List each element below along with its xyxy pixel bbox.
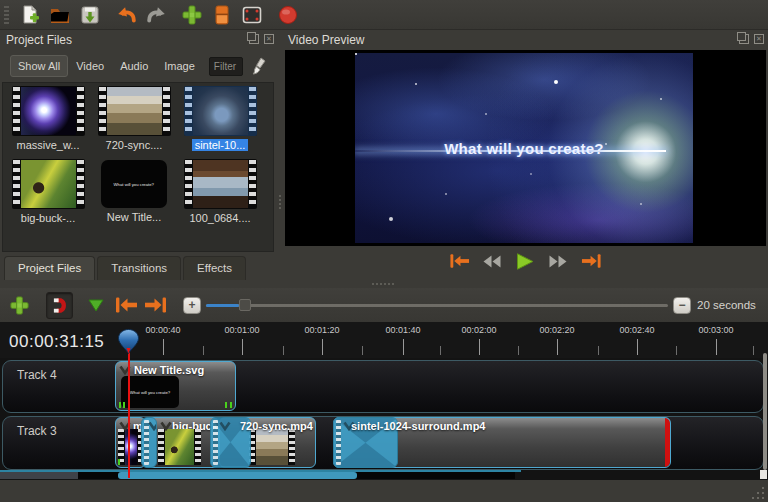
file-filter-bar: Show All Video Audio Image [0, 52, 278, 80]
open-project-icon [49, 4, 71, 26]
undock-panel-icon[interactable] [249, 34, 259, 44]
timeline-vertical-scrollbar[interactable] [763, 353, 767, 470]
file-thumbnail [184, 159, 257, 209]
timeline-area: 00:00:31:15 00:00:40 00:01:00 00:01:20 0… [0, 322, 768, 480]
panel-splitter-handle[interactable] [278, 195, 281, 209]
add-track-icon [9, 295, 30, 316]
next-marker-icon [144, 296, 168, 314]
jump-to-end-icon [581, 253, 602, 269]
filter-show-all[interactable]: Show All [10, 55, 68, 77]
tab-effects[interactable]: Effects [183, 256, 246, 280]
fullscreen-icon [241, 4, 263, 26]
play-button[interactable] [513, 251, 537, 271]
choose-profile-button[interactable] [207, 2, 237, 28]
playhead-handle[interactable] [117, 328, 140, 359]
clip-menu-chevron-icon[interactable] [160, 421, 172, 431]
import-files-icon [181, 4, 203, 26]
timeline-splitter-handle[interactable] [372, 283, 394, 285]
toolbar-drag-handle[interactable] [4, 6, 9, 24]
video-preview-title: Video Preview [288, 33, 365, 47]
track-4-lane: Track 4 New Title.svg What will you crea… [2, 360, 764, 413]
ruler-label: 00:01:00 [224, 325, 259, 335]
undock-preview-icon[interactable] [739, 34, 749, 44]
file-label: 100_0684.... [189, 212, 250, 224]
zoom-slider-handle[interactable] [239, 299, 251, 311]
rewind-button[interactable] [480, 251, 504, 271]
new-project-icon [19, 4, 41, 26]
zoom-in-button[interactable]: + [183, 297, 201, 314]
transition-chevron-icon[interactable] [148, 421, 157, 431]
video-title-text: What will you create? [355, 140, 693, 157]
file-item-new-title[interactable]: What will you create? New Title... [93, 159, 175, 223]
new-project-button[interactable] [15, 2, 45, 28]
snapping-magnet-icon [50, 296, 69, 315]
close-preview-icon[interactable]: ✕ [754, 34, 764, 44]
ruler-label: 00:02:40 [619, 325, 654, 335]
file-item-720-sync[interactable]: 720-sync.... [93, 86, 175, 151]
fullscreen-button[interactable] [237, 2, 267, 28]
close-panel-icon[interactable]: ✕ [264, 34, 274, 44]
fast-forward-icon [549, 255, 567, 268]
timeline-horizontal-scrollbar[interactable] [0, 470, 768, 480]
ruler-label: 00:02:20 [539, 325, 574, 335]
file-thumbnail [12, 86, 85, 136]
play-icon [516, 253, 534, 270]
undo-button[interactable] [111, 2, 141, 28]
video-preview-panel: Video Preview ✕ What will you create? [282, 30, 768, 282]
stars-decoration [355, 53, 357, 55]
next-marker-button[interactable] [141, 292, 171, 318]
filter-input[interactable] [209, 57, 243, 76]
previous-marker-button[interactable] [111, 292, 141, 318]
snapping-toggle-button[interactable] [46, 292, 73, 319]
playhead-pin-icon [117, 328, 140, 355]
zoom-out-button[interactable]: − [673, 297, 691, 314]
timeline-zoom-slider[interactable] [206, 298, 668, 312]
file-label: New Title... [107, 211, 161, 223]
choose-profile-icon [211, 4, 233, 26]
video-preview-area[interactable]: What will you create? [285, 50, 766, 246]
jump-to-start-button[interactable] [447, 251, 471, 271]
import-files-button[interactable] [177, 2, 207, 28]
playhead-line [128, 352, 130, 478]
clip-trim-edge[interactable] [665, 418, 670, 467]
playback-controls [282, 249, 768, 273]
file-item-sintel-selected[interactable]: sintel-10... [179, 86, 261, 151]
open-project-button[interactable] [45, 2, 75, 28]
timeline-toolbar: + − 20 seconds [0, 288, 768, 322]
clip-new-title[interactable]: New Title.svg What will you create? [115, 361, 236, 411]
filter-video[interactable]: Video [68, 55, 112, 77]
window-resize-grip[interactable] [751, 486, 765, 500]
jump-to-end-button[interactable] [579, 251, 603, 271]
clear-filter-brush-icon[interactable] [248, 56, 268, 76]
save-project-button[interactable] [75, 2, 105, 28]
transition-1[interactable] [141, 417, 157, 468]
redo-button[interactable] [141, 2, 171, 28]
undo-icon [115, 4, 138, 26]
project-files-title: Project Files [6, 33, 72, 47]
h-scrollbar-thumb[interactable] [118, 472, 357, 479]
file-item-big-buck[interactable]: big-buck-... [7, 159, 89, 224]
project-files-panel: Project Files ✕ Show All Video Audio Ima… [0, 30, 278, 256]
export-video-button[interactable] [273, 2, 303, 28]
add-track-button[interactable] [4, 292, 34, 318]
clip-thumbnail [249, 429, 295, 465]
file-item-100-0684[interactable]: 100_0684.... [179, 159, 261, 224]
ruler-label: 00:01:20 [304, 325, 339, 335]
file-item-massive[interactable]: massive_w... [7, 86, 89, 151]
file-thumbnail [184, 86, 257, 136]
video-frame: What will you create? [355, 53, 693, 243]
clip-label: sintel-1024-surround.mp4 [351, 420, 485, 432]
filter-audio[interactable]: Audio [112, 55, 156, 77]
ruler-label: 00:02:00 [461, 325, 496, 335]
add-marker-button[interactable] [81, 292, 111, 318]
jump-to-start-icon [449, 253, 470, 269]
track-3-label: Track 3 [17, 424, 57, 438]
transition-chevron-icon[interactable] [219, 421, 231, 431]
tab-project-files[interactable]: Project Files [4, 256, 95, 280]
tab-transitions[interactable]: Transitions [97, 256, 181, 280]
filter-image[interactable]: Image [156, 55, 203, 77]
timeline-ruler[interactable]: 00:00:31:15 00:00:40 00:01:00 00:01:20 0… [0, 322, 768, 358]
fast-forward-button[interactable] [546, 251, 570, 271]
clip-thumbnail [158, 429, 201, 465]
save-project-icon [79, 4, 101, 26]
